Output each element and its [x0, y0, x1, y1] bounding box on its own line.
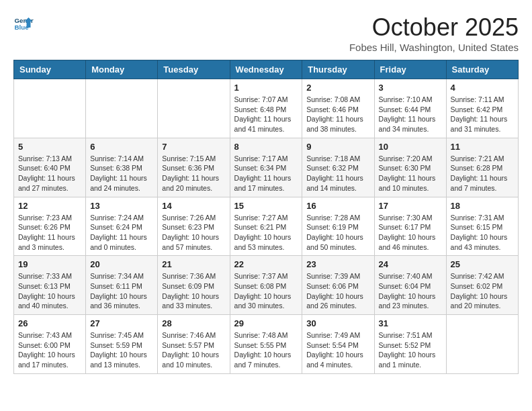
- cell-content: Sunrise: 7:24 AM Sunset: 6:24 PM Dayligh…: [90, 213, 153, 253]
- month-title: October 2025: [349, 13, 519, 42]
- col-header-tuesday: Tuesday: [158, 60, 230, 79]
- cell-content: Sunrise: 7:33 AM Sunset: 6:13 PM Dayligh…: [18, 271, 81, 311]
- cell-content: Sunrise: 7:18 AM Sunset: 6:32 PM Dayligh…: [306, 154, 369, 193]
- day-number: 8: [234, 142, 298, 152]
- day-number: 31: [379, 318, 442, 328]
- logo: General Blue: [13, 13, 34, 34]
- day-number: 23: [306, 259, 369, 269]
- day-number: 7: [162, 142, 225, 152]
- calendar-cell: 31Sunrise: 7:51 AM Sunset: 5:52 PM Dayli…: [374, 315, 446, 374]
- calendar-cell: 21Sunrise: 7:36 AM Sunset: 6:09 PM Dayli…: [158, 256, 230, 315]
- calendar-cell: 2Sunrise: 7:08 AM Sunset: 6:46 PM Daylig…: [302, 79, 374, 138]
- col-header-saturday: Saturday: [446, 60, 518, 79]
- day-number: 5: [18, 142, 81, 152]
- calendar-cell: 23Sunrise: 7:39 AM Sunset: 6:06 PM Dayli…: [302, 256, 374, 315]
- cell-content: Sunrise: 7:26 AM Sunset: 6:23 PM Dayligh…: [162, 213, 225, 253]
- day-number: 12: [18, 201, 81, 211]
- calendar-cell: 6Sunrise: 7:14 AM Sunset: 6:38 PM Daylig…: [86, 138, 158, 197]
- day-number: 14: [162, 201, 225, 211]
- cell-content: Sunrise: 7:07 AM Sunset: 6:48 PM Dayligh…: [234, 95, 298, 134]
- col-header-thursday: Thursday: [302, 60, 374, 79]
- cell-content: Sunrise: 7:43 AM Sunset: 6:00 PM Dayligh…: [18, 330, 81, 370]
- day-number: 22: [234, 259, 298, 269]
- day-number: 30: [306, 318, 369, 328]
- cell-content: Sunrise: 7:34 AM Sunset: 6:11 PM Dayligh…: [90, 271, 153, 311]
- cell-content: Sunrise: 7:23 AM Sunset: 6:26 PM Dayligh…: [18, 213, 81, 253]
- day-number: 11: [451, 142, 514, 152]
- calendar-cell: 3Sunrise: 7:10 AM Sunset: 6:44 PM Daylig…: [374, 79, 446, 138]
- calendar-cell: 11Sunrise: 7:21 AM Sunset: 6:28 PM Dayli…: [446, 138, 518, 197]
- cell-content: Sunrise: 7:21 AM Sunset: 6:28 PM Dayligh…: [451, 154, 514, 193]
- calendar-cell: 30Sunrise: 7:49 AM Sunset: 5:54 PM Dayli…: [302, 315, 374, 374]
- cell-content: Sunrise: 7:28 AM Sunset: 6:19 PM Dayligh…: [306, 213, 369, 253]
- calendar-header-row: SundayMondayTuesdayWednesdayThursdayFrid…: [14, 60, 519, 79]
- cell-content: Sunrise: 7:14 AM Sunset: 6:38 PM Dayligh…: [90, 154, 153, 193]
- calendar-table: SundayMondayTuesdayWednesdayThursdayFrid…: [13, 60, 519, 374]
- day-number: 13: [90, 201, 153, 211]
- calendar-cell: 29Sunrise: 7:48 AM Sunset: 5:55 PM Dayli…: [230, 315, 302, 374]
- day-number: 27: [90, 318, 153, 328]
- calendar-cell: 8Sunrise: 7:17 AM Sunset: 6:34 PM Daylig…: [230, 138, 302, 197]
- day-number: 26: [18, 318, 81, 328]
- calendar-cell: 13Sunrise: 7:24 AM Sunset: 6:24 PM Dayli…: [86, 197, 158, 256]
- cell-content: Sunrise: 7:31 AM Sunset: 6:15 PM Dayligh…: [451, 213, 514, 253]
- logo-icon: General Blue: [13, 13, 34, 34]
- day-number: 19: [18, 259, 81, 269]
- cell-content: Sunrise: 7:46 AM Sunset: 5:57 PM Dayligh…: [162, 330, 225, 370]
- cell-content: Sunrise: 7:10 AM Sunset: 6:44 PM Dayligh…: [379, 95, 442, 134]
- calendar-week-3: 12Sunrise: 7:23 AM Sunset: 6:26 PM Dayli…: [14, 197, 519, 256]
- day-number: 10: [379, 142, 442, 152]
- day-number: 3: [379, 83, 442, 93]
- calendar-week-4: 19Sunrise: 7:33 AM Sunset: 6:13 PM Dayli…: [14, 256, 519, 315]
- day-number: 1: [234, 83, 298, 93]
- calendar-cell: 9Sunrise: 7:18 AM Sunset: 6:32 PM Daylig…: [302, 138, 374, 197]
- day-number: 28: [162, 318, 225, 328]
- cell-content: Sunrise: 7:20 AM Sunset: 6:30 PM Dayligh…: [379, 154, 442, 193]
- calendar-week-2: 5Sunrise: 7:13 AM Sunset: 6:40 PM Daylig…: [14, 138, 519, 197]
- calendar-cell: 16Sunrise: 7:28 AM Sunset: 6:19 PM Dayli…: [302, 197, 374, 256]
- calendar-cell: 14Sunrise: 7:26 AM Sunset: 6:23 PM Dayli…: [158, 197, 230, 256]
- cell-content: Sunrise: 7:17 AM Sunset: 6:34 PM Dayligh…: [234, 154, 298, 193]
- col-header-wednesday: Wednesday: [230, 60, 302, 79]
- page-header: General Blue October 2025 Fobes Hill, Wa…: [13, 13, 519, 53]
- calendar-cell: 7Sunrise: 7:15 AM Sunset: 6:36 PM Daylig…: [158, 138, 230, 197]
- calendar-cell: 19Sunrise: 7:33 AM Sunset: 6:13 PM Dayli…: [14, 256, 86, 315]
- col-header-monday: Monday: [86, 60, 158, 79]
- cell-content: Sunrise: 7:13 AM Sunset: 6:40 PM Dayligh…: [18, 154, 81, 193]
- day-number: 25: [451, 259, 514, 269]
- calendar-cell: 10Sunrise: 7:20 AM Sunset: 6:30 PM Dayli…: [374, 138, 446, 197]
- calendar-cell: 22Sunrise: 7:37 AM Sunset: 6:08 PM Dayli…: [230, 256, 302, 315]
- day-number: 2: [306, 83, 369, 93]
- day-number: 29: [234, 318, 298, 328]
- calendar-cell: [158, 79, 230, 138]
- calendar-cell: 17Sunrise: 7:30 AM Sunset: 6:17 PM Dayli…: [374, 197, 446, 256]
- col-header-friday: Friday: [374, 60, 446, 79]
- cell-content: Sunrise: 7:40 AM Sunset: 6:04 PM Dayligh…: [379, 271, 442, 311]
- cell-content: Sunrise: 7:15 AM Sunset: 6:36 PM Dayligh…: [162, 154, 225, 193]
- cell-content: Sunrise: 7:11 AM Sunset: 6:42 PM Dayligh…: [451, 95, 514, 134]
- cell-content: Sunrise: 7:49 AM Sunset: 5:54 PM Dayligh…: [306, 330, 369, 370]
- day-number: 9: [306, 142, 369, 152]
- day-number: 21: [162, 259, 225, 269]
- day-number: 15: [234, 201, 298, 211]
- day-number: 20: [90, 259, 153, 269]
- calendar-cell: 20Sunrise: 7:34 AM Sunset: 6:11 PM Dayli…: [86, 256, 158, 315]
- calendar-week-5: 26Sunrise: 7:43 AM Sunset: 6:00 PM Dayli…: [14, 315, 519, 374]
- calendar-cell: 4Sunrise: 7:11 AM Sunset: 6:42 PM Daylig…: [446, 79, 518, 138]
- cell-content: Sunrise: 7:39 AM Sunset: 6:06 PM Dayligh…: [306, 271, 369, 311]
- calendar-cell: 27Sunrise: 7:45 AM Sunset: 5:59 PM Dayli…: [86, 315, 158, 374]
- day-number: 18: [451, 201, 514, 211]
- day-number: 4: [451, 83, 514, 93]
- calendar-cell: 18Sunrise: 7:31 AM Sunset: 6:15 PM Dayli…: [446, 197, 518, 256]
- location: Fobes Hill, Washington, United States: [349, 42, 519, 53]
- cell-content: Sunrise: 7:45 AM Sunset: 5:59 PM Dayligh…: [90, 330, 153, 370]
- title-area: October 2025 Fobes Hill, Washington, Uni…: [349, 13, 519, 53]
- cell-content: Sunrise: 7:37 AM Sunset: 6:08 PM Dayligh…: [234, 271, 298, 311]
- cell-content: Sunrise: 7:27 AM Sunset: 6:21 PM Dayligh…: [234, 213, 298, 253]
- calendar-cell: [86, 79, 158, 138]
- calendar-cell: 24Sunrise: 7:40 AM Sunset: 6:04 PM Dayli…: [374, 256, 446, 315]
- day-number: 16: [306, 201, 369, 211]
- calendar-week-1: 1Sunrise: 7:07 AM Sunset: 6:48 PM Daylig…: [14, 79, 519, 138]
- cell-content: Sunrise: 7:30 AM Sunset: 6:17 PM Dayligh…: [379, 213, 442, 253]
- calendar-cell: 25Sunrise: 7:42 AM Sunset: 6:02 PM Dayli…: [446, 256, 518, 315]
